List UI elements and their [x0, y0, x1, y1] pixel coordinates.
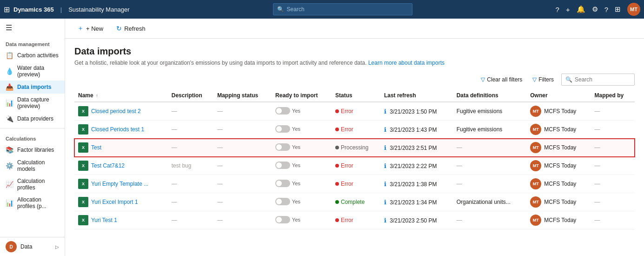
owner-label: MCFS Today — [544, 181, 576, 187]
row-name-link[interactable]: Closed period test 2 — [91, 108, 141, 115]
refresh-button[interactable]: ↻ Refresh — [113, 23, 148, 34]
grid-icon[interactable]: ⊞ — [4, 5, 10, 14]
toggle-label: Yes — [292, 181, 300, 186]
app-name: Sustainability Manager — [68, 6, 130, 13]
col-header-status[interactable]: Status — [332, 89, 380, 102]
col-header-owner[interactable]: Owner — [526, 89, 591, 102]
cell-ready: Yes — [272, 175, 332, 193]
xlsx-icon: X — [78, 161, 88, 171]
imports-icon: 📥 — [6, 83, 13, 91]
toggle-label: Yes — [292, 162, 300, 168]
col-header-name[interactable]: Name ↑ — [74, 89, 168, 102]
global-search[interactable]: 🔍 — [273, 3, 412, 15]
toggle-ready[interactable]: Yes — [275, 198, 300, 205]
cell-owner: MT MCFS Today — [526, 175, 591, 193]
info-icon[interactable]: ℹ — [384, 199, 386, 206]
sidebar-item-data-imports[interactable]: 📥 Data imports — [0, 81, 65, 94]
toggle-track — [275, 198, 290, 205]
info-icon[interactable]: ℹ — [384, 181, 386, 188]
row-name-link[interactable]: Test Cat7&12 — [91, 162, 125, 169]
add-icon[interactable]: + — [566, 6, 570, 13]
sidebar-item-allocation-profiles[interactable]: 📊 Allocation profiles (p... — [0, 194, 65, 212]
row-name-link[interactable]: Yuri Test 1 — [91, 217, 117, 223]
sidebar: ☰ Data management 📋 Carbon activities 💧 … — [0, 19, 65, 256]
sidebar-label-capture: Data capture (preview) — [17, 96, 59, 109]
table-row[interactable]: X Test Cat7&12 test bug — Yes Error — [74, 157, 635, 175]
layout-icon[interactable]: ⊞ — [615, 5, 621, 13]
col-header-definitions[interactable]: Data definitions — [453, 89, 527, 102]
cell-data-definitions: Organizational units... — [453, 193, 527, 211]
sidebar-item-calculation-models[interactable]: ⚙️ Calculation models — [0, 156, 65, 175]
section-label-calculations: Calculations — [0, 131, 65, 143]
row-name-link[interactable]: Yuri Empty Template ... — [91, 181, 148, 187]
row-name-link[interactable]: Yuri Excel Import 1 — [91, 199, 138, 205]
cell-mapped-by: — — [591, 157, 635, 175]
info-icon[interactable]: ℹ — [384, 126, 386, 133]
toggle-ready[interactable]: Yes — [275, 180, 300, 187]
sidebar-item-data-providers[interactable]: 🔌 Data providers — [0, 112, 65, 125]
col-header-refresh[interactable]: Last refresh — [380, 89, 453, 102]
table-row[interactable]: X Closed period test 2 — — Yes Error — [74, 102, 635, 121]
new-button[interactable]: ＋ + New — [74, 22, 106, 34]
table-row[interactable]: X Closed Periods test 1 — — Yes Error — [74, 121, 635, 139]
user-avatar[interactable]: MT — [627, 3, 640, 16]
cell-data-definitions: — — [453, 139, 527, 157]
sidebar-item-carbon-activities[interactable]: 📋 Carbon activities — [0, 49, 65, 62]
status-dot — [335, 109, 339, 113]
sidebar-item-data-capture[interactable]: 📊 Data capture (preview) — [0, 94, 65, 112]
status-dot — [335, 200, 339, 204]
toggle-ready[interactable]: Yes — [275, 107, 300, 115]
table-row[interactable]: X Yuri Excel Import 1 — — Yes Complete — [74, 193, 635, 211]
toggle-ready[interactable]: Yes — [275, 143, 300, 151]
owner-avatar: MT — [530, 215, 541, 226]
notification-icon[interactable]: 🔔 — [577, 5, 585, 13]
clear-filters-button[interactable]: ▽ Clear all filters — [478, 74, 525, 85]
toggle-ready[interactable]: Yes — [275, 125, 300, 133]
sidebar-label-providers: Data providers — [17, 115, 53, 122]
hamburger-menu[interactable]: ☰ — [0, 19, 65, 37]
settings-icon[interactable]: ⚙ — [592, 5, 598, 13]
info-icon[interactable]: ℹ — [384, 108, 386, 115]
help-icon[interactable]: ? — [556, 6, 559, 13]
sidebar-item-factor-libraries[interactable]: 📚 Factor libraries — [0, 143, 65, 156]
cell-status: Error — [332, 175, 380, 193]
xlsx-icon: X — [78, 124, 88, 135]
cell-mapped-by: — — [591, 175, 635, 193]
col-header-mapped[interactable]: Mapped by — [591, 89, 635, 102]
toggle-ready[interactable]: Yes — [275, 216, 300, 223]
search-icon: 🔍 — [277, 6, 284, 13]
table-search[interactable]: 🔍 — [561, 74, 635, 86]
row-name-link[interactable]: Test — [91, 144, 101, 151]
table-search-icon: 🔍 — [565, 76, 572, 83]
sidebar-bottom[interactable]: D Data ▷ — [0, 237, 65, 256]
info-icon[interactable]: ℹ — [384, 217, 386, 224]
toggle-track — [275, 125, 290, 133]
info-icon[interactable]: ℹ — [384, 144, 386, 151]
app-layout: ☰ Data management 📋 Carbon activities 💧 … — [0, 19, 644, 256]
row-name-link[interactable]: Closed Periods test 1 — [91, 126, 144, 133]
cell-mapping: — — [213, 139, 272, 157]
owner-label: MCFS Today — [544, 199, 576, 205]
table-row[interactable]: X Yuri Test 1 — — Yes Error — [74, 211, 635, 229]
table-row[interactable]: X Yuri Empty Template ... — — Yes Error — [74, 175, 635, 193]
xlsx-icon: X — [78, 106, 88, 116]
learn-more-link[interactable]: Learn more about data imports — [368, 60, 445, 66]
col-header-mapping[interactable]: Mapping status — [213, 89, 272, 102]
col-header-ready[interactable]: Ready to import — [272, 89, 332, 102]
cell-name: X Closed period test 2 — [74, 102, 168, 121]
desc-text: Get a holistic, reliable look at your or… — [74, 60, 368, 66]
info-icon[interactable]: ℹ — [384, 162, 386, 169]
toggle-ready[interactable]: Yes — [275, 162, 300, 169]
col-header-description[interactable]: Description — [168, 89, 213, 102]
sidebar-item-water-data[interactable]: 💧 Water data (preview) — [0, 62, 65, 81]
xlsx-icon: X — [78, 179, 88, 189]
sidebar-item-calculation-profiles[interactable]: 📈 Calculation profiles — [0, 175, 65, 194]
owner-label: MCFS Today — [544, 217, 576, 223]
search-input[interactable] — [287, 6, 408, 13]
filters-button[interactable]: ▽ Filters — [530, 74, 557, 85]
data-imports-table: Name ↑ Description Mapping status Ready … — [74, 89, 635, 229]
table-search-input[interactable] — [575, 76, 631, 83]
table-row[interactable]: X Test — — Yes Processing ℹ — [74, 139, 635, 157]
question-icon[interactable]: ? — [604, 6, 608, 13]
toggle-thumb — [276, 126, 282, 132]
